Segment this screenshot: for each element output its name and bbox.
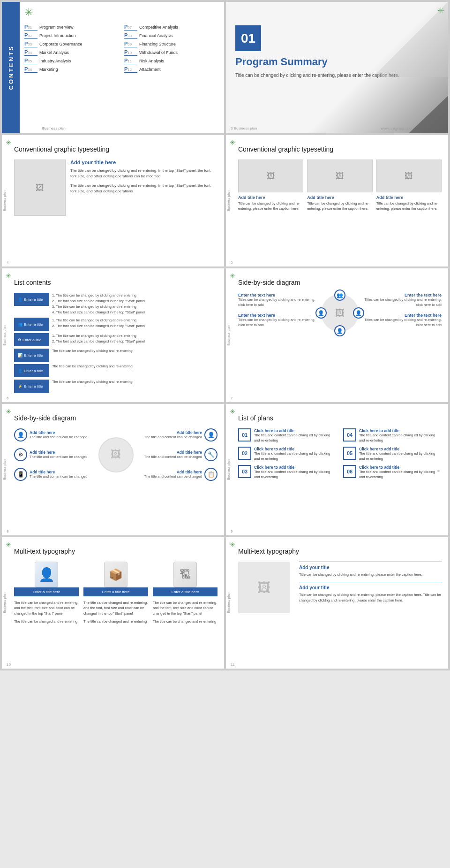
- slide-number: 5: [231, 260, 232, 265]
- slide-title: List contents: [14, 279, 218, 286]
- list-item: P12 Attachment: [124, 66, 219, 73]
- list-text: 1. The title can be changed by clicking …: [52, 318, 145, 329]
- list-row: ⚙ Enter a title 1. The title can be chan…: [14, 333, 218, 346]
- image-placeholder: 🖼: [14, 160, 66, 216]
- mtt-col-1: 👤 Enter a title here The title can be ch…: [14, 562, 79, 624]
- list-text: The title can be changed by clicking and…: [52, 380, 133, 385]
- mtt-title-bar: Enter a title here: [153, 587, 218, 596]
- sbs2-text: Add title here The title and content can…: [30, 430, 87, 440]
- cgt-heading: Add your title here: [70, 160, 218, 165]
- list-btn-label: Enter a title: [22, 338, 41, 342]
- snowflake-icon: ✳: [6, 541, 11, 548]
- footer-left: 3 Business plan: [231, 126, 257, 130]
- side-label: Business plan: [226, 591, 231, 615]
- sbs-item-desc: Titles can be changed by clicking and re…: [238, 318, 316, 327]
- sbs2-icon: ⚙: [14, 448, 27, 461]
- list-item: P02 Project Introduction: [24, 32, 120, 39]
- page-label: Financing Structure: [139, 42, 176, 46]
- sbs2-icon: 📱: [14, 468, 27, 481]
- list-item: P10 Withdrawal of Funds: [124, 49, 219, 56]
- col-heading: Add title here: [238, 195, 303, 200]
- cgt-text-block: Add your title here The title can be cha…: [70, 160, 218, 198]
- snowflake-icon: ✳: [230, 139, 235, 146]
- list-item: P08 Financial Analysis: [124, 32, 219, 39]
- sbs2-icon: 👤: [204, 428, 218, 442]
- slide-number: 11: [231, 662, 235, 667]
- page-num: P08: [124, 32, 137, 39]
- page-num: P06: [24, 66, 38, 73]
- list-text: The title can be changed by clicking and…: [52, 349, 133, 354]
- list-row: 👤 Enter a title 1. The title can be chan…: [14, 293, 218, 315]
- page-label: Marketing: [39, 67, 58, 72]
- list-button[interactable]: ⚙ Enter a title: [14, 333, 49, 346]
- list-item: P05 Industry Analysis: [24, 58, 120, 64]
- page-num: P04: [24, 49, 38, 56]
- image-placeholder: 🖼: [376, 160, 442, 192]
- plan-content: Click here to add title The title and co…: [254, 447, 337, 461]
- col-item-1: 🖼 Add title here Title can be changed by…: [238, 160, 303, 211]
- contents-sidebar: CONTENTS: [2, 2, 20, 133]
- slide-mtt-right: ✳ Multi-text typography 🖼 Add your title…: [226, 537, 448, 669]
- side-label: Business plan: [2, 189, 7, 213]
- plan-title: Click here to add title: [254, 465, 337, 470]
- sbs2-text: Add title here The title and content can…: [144, 450, 202, 459]
- list-rows: 👤 Enter a title 1. The title can be chan…: [14, 293, 218, 393]
- summary-logo: ✳: [437, 6, 444, 16]
- plan-num: 05: [343, 447, 356, 460]
- side-label: Business plan: [226, 189, 231, 213]
- list-button[interactable]: 📊 Enter a title: [14, 349, 49, 362]
- slide-program-summary: ✳ 01 Program Summary Title can be change…: [226, 2, 448, 133]
- list-btn-icon: ⚡: [18, 384, 22, 388]
- plan-content: Click here to add title The title and co…: [254, 465, 337, 480]
- plan-item: 02 Click here to add title The title and…: [238, 447, 337, 461]
- contents-main: ✳ P01 Program overview P07 Competitive A…: [20, 2, 224, 133]
- snowflake-icon: ✳: [230, 541, 235, 548]
- sbs2-text: Add title here The title and content can…: [30, 450, 87, 459]
- list-text: 1. The title can be changed by clicking …: [52, 293, 145, 315]
- page-label: Industry Analysis: [39, 59, 71, 63]
- orbit-icon: 👤: [353, 307, 364, 319]
- sbs-item-desc: Titles can be changed by clicking and re…: [364, 318, 442, 327]
- cgt-body1: The title can be changed by clicking and…: [70, 168, 218, 179]
- sbs-item: Enter the text here Titles can be change…: [364, 293, 442, 307]
- sbs2-text: Add title here The title and content can…: [30, 470, 87, 479]
- slide-title: Side-by-side diagram: [238, 279, 442, 286]
- sbs-item: Enter the text here Titles can be change…: [364, 313, 442, 327]
- summary-title: Program Summary: [235, 56, 439, 68]
- page-label: Financial Analysis: [139, 33, 173, 38]
- list-btn-icon: 👥: [18, 322, 22, 327]
- sbs2-text: Add title here The title and content can…: [144, 430, 202, 440]
- list-button[interactable]: 👥 Enter a title: [14, 318, 49, 331]
- list-item: P09 Financing Structure: [124, 41, 219, 47]
- plan-title: Click here to add title: [359, 428, 442, 433]
- sbs-item: Enter the text here Titles can be change…: [238, 293, 316, 307]
- list-text: The title can be changed by clicking and…: [52, 364, 133, 369]
- page-num: P12: [124, 66, 137, 73]
- slide-number: 8: [7, 529, 8, 533]
- contents-logo: ✳: [24, 7, 33, 19]
- list-button[interactable]: ⚡ Enter a title: [14, 380, 49, 393]
- sbs2-title: Add title here: [30, 430, 87, 435]
- list-button[interactable]: 👤 Enter a title: [14, 364, 49, 377]
- page-label: Risk Analysis: [139, 59, 164, 63]
- center-circle: 🖼: [98, 437, 134, 472]
- cgt-content: 🖼 Add your title here The title can be c…: [14, 160, 218, 216]
- plan-desc: The title and content can be chang ed by…: [359, 451, 442, 461]
- sbs2-text: Add title here The title and content can…: [144, 470, 202, 479]
- list-row: ⚡ Enter a title The title can be changed…: [14, 380, 218, 393]
- sbs2-desc: The title and content can be changed: [144, 435, 202, 440]
- slide-list-contents: ✳ List contents 👤 Enter a title 1. The t…: [2, 268, 224, 402]
- sbs2-desc: The title and content can be changed: [30, 474, 87, 479]
- list-btn-label: Enter a title: [24, 384, 43, 388]
- list-row: 👤 Enter a title The title can be changed…: [14, 364, 218, 377]
- page-num: P02: [24, 32, 38, 39]
- list-btn-icon: 👤: [18, 297, 22, 302]
- plan-num: 04: [343, 428, 356, 442]
- snowflake-icon: ✳: [6, 408, 11, 415]
- slide-number: 10: [7, 662, 11, 667]
- sbs2-desc: The title and content can be changed: [30, 455, 87, 459]
- sbs2-title: Add title here: [144, 470, 202, 474]
- slide-mtt-left: ✳ Multi-text typography 👤 Enter a title …: [2, 537, 224, 669]
- list-button[interactable]: 👤 Enter a title: [14, 293, 49, 306]
- sbs-center: 🖼 👥 👤 👤 👤: [319, 294, 361, 332]
